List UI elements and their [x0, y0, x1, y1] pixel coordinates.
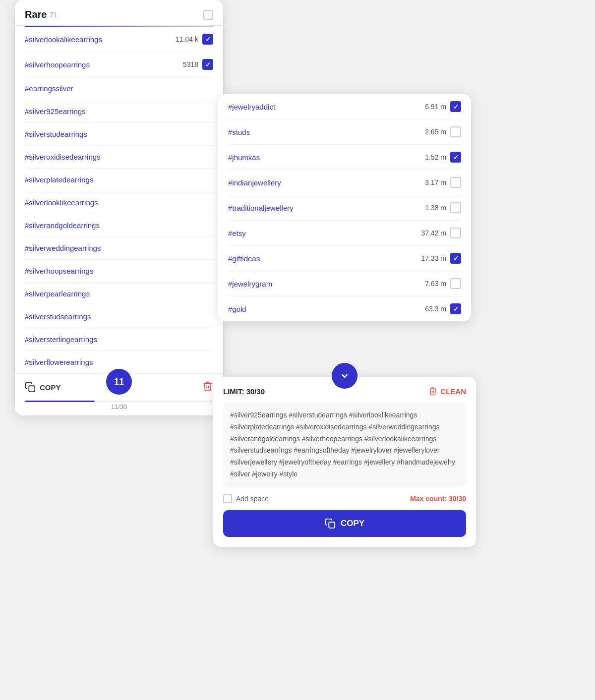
hashtag-content: #silver925earrings #silverstudearrings #…: [223, 403, 466, 487]
hashtag-text: #silverstudsearrings: [25, 312, 91, 321]
hashtag-text: #silverhoopearrings: [25, 60, 90, 69]
right-hashtag-item[interactable]: #gold63.3 m: [228, 296, 461, 321]
max-count-display: Max count: 30/30: [410, 495, 466, 503]
hashtag-text: #silverhoopsearrings: [25, 267, 93, 275]
count-value: 3.17 m: [425, 178, 446, 186]
left-hashtag-item[interactable]: #earringssilver: [25, 77, 213, 100]
left-hashtag-item[interactable]: #silver925earrings: [25, 100, 213, 123]
left-panel-header: Rare 71: [15, 0, 223, 26]
count-value: 11.04 k: [176, 35, 198, 43]
checkbox-checked[interactable]: [450, 253, 461, 264]
hashtag-text: #studs: [228, 128, 250, 136]
left-hashtag-item[interactable]: #silverandgoldearrings: [25, 214, 213, 237]
left-hashtag-item[interactable]: #silverstudsearrings: [25, 305, 213, 328]
add-space-area: Add space: [223, 494, 269, 503]
hashtag-text: #silverweddingearrings: [25, 244, 101, 252]
copy-icon: [25, 382, 36, 393]
checkbox-checked[interactable]: [450, 101, 461, 112]
bottom-panel-footer: Add space Max count: 30/30: [223, 494, 466, 503]
hashtag-count: 5318: [183, 59, 213, 70]
hashtag-text: #silverpearlearrings: [25, 290, 90, 298]
rare-count: 71: [50, 11, 58, 19]
progress-bar-container: 11/30: [15, 401, 223, 415]
left-trash-icon[interactable]: [202, 381, 213, 394]
left-hashtag-item[interactable]: #silverhoopsearrings: [25, 260, 213, 283]
hashtag-text: #earringssilver: [25, 84, 73, 93]
hashtag-text: #traditionaljewellery: [228, 204, 294, 212]
rare-label: Rare: [25, 9, 47, 20]
left-hashtag-item[interactable]: #silverlooklikeearrings: [25, 191, 213, 214]
bottom-copy-button[interactable]: COPY: [223, 510, 466, 537]
left-copy-label: COPY: [40, 383, 61, 392]
right-hashtag-item[interactable]: #giftideas17.33 m: [228, 246, 461, 271]
clean-label: CLEAN: [440, 387, 466, 396]
bottom-panel: LIMIT: 30/30 CLEAN #silver925earrings #s…: [213, 377, 476, 547]
checkbox-checked[interactable]: [202, 34, 213, 45]
hashtag-text: #etsy: [228, 229, 246, 237]
left-hashtag-item[interactable]: #silveroxidisedearrings: [25, 146, 213, 169]
bottom-copy-label: COPY: [341, 519, 364, 528]
hashtag-text: #silverlookalikeearrings: [25, 35, 102, 44]
hashtag-count: 6.91 m: [425, 101, 461, 112]
progress-label: 11/30: [25, 403, 213, 410]
count-badge: 11: [106, 369, 132, 395]
trash-icon: [428, 387, 437, 396]
max-count-value: 30/30: [449, 495, 466, 503]
checkbox-checked[interactable]: [202, 59, 213, 70]
right-hashtag-item[interactable]: #studs2.65 m: [228, 119, 461, 145]
hashtag-text: #silverflowerearrings: [25, 358, 93, 366]
hashtag-count: 3.17 m: [425, 177, 461, 188]
left-hashtag-item[interactable]: #silverlookalikeearrings11.04 k: [25, 27, 213, 52]
checkbox-unchecked[interactable]: [450, 278, 461, 289]
right-hashtag-item[interactable]: #etsy37.42 m: [228, 221, 461, 246]
count-value: 63.3 m: [425, 305, 446, 313]
hashtag-count: 7.63 m: [425, 278, 461, 289]
title-checkbox[interactable]: [203, 10, 213, 20]
left-hashtag-item[interactable]: #silverweddingearrings: [25, 237, 213, 260]
left-hashtag-item[interactable]: #silverpearlearrings: [25, 283, 213, 305]
right-hashtag-item[interactable]: #jewelryaddict6.91 m: [228, 94, 461, 119]
svg-rect-0: [29, 386, 35, 392]
limit-label: LIMIT: 30/30: [223, 387, 265, 396]
count-value: 17.33 m: [421, 254, 446, 262]
left-hashtag-item[interactable]: #silverhoopearrings5318: [25, 52, 213, 77]
chevron-down-button[interactable]: [332, 363, 357, 389]
count-value: 37.42 m: [421, 229, 446, 237]
left-hashtag-item[interactable]: #silverstudearrings: [25, 123, 213, 146]
checkbox-checked[interactable]: [450, 152, 461, 163]
progress-fill: [25, 401, 95, 402]
left-copy-button[interactable]: COPY: [25, 382, 61, 393]
count-value: 6.91 m: [425, 103, 446, 111]
checkbox-unchecked[interactable]: [450, 228, 461, 238]
count-value: 1.52 m: [425, 153, 446, 161]
panel-title: Rare 71: [25, 9, 213, 20]
right-hashtag-item[interactable]: #jhumkas1.52 m: [228, 145, 461, 170]
trash-svg: [202, 381, 213, 392]
right-hashtag-list: #jewelryaddict6.91 m#studs2.65 m#jhumkas…: [218, 94, 471, 321]
count-value: 2.65 m: [425, 128, 446, 136]
hashtag-text: #silverandgoldearrings: [25, 221, 100, 230]
left-hashtag-item[interactable]: #silversterlingearrings: [25, 328, 213, 351]
clean-button[interactable]: CLEAN: [428, 387, 466, 396]
hashtag-text: #jhumkas: [228, 153, 260, 162]
right-hashtag-item[interactable]: #indianjewellery3.17 m: [228, 170, 461, 195]
hashtag-text: #giftideas: [228, 254, 260, 263]
checkbox-unchecked[interactable]: [450, 126, 461, 137]
left-panel: Rare 71 #silverlookalikeearrings11.04 k#…: [15, 0, 223, 415]
badge-count: 11: [114, 377, 124, 387]
hashtag-count: 2.65 m: [425, 126, 461, 137]
count-value: 5318: [183, 60, 198, 68]
hashtag-count: 11.04 k: [176, 34, 213, 45]
hashtag-text: #indianjewellery: [228, 178, 281, 187]
count-value: 7.63 m: [425, 280, 446, 288]
right-hashtag-item[interactable]: #traditionaljewellery1.38 m: [228, 195, 461, 221]
left-hashtag-list: #silverlookalikeearrings11.04 k#silverho…: [15, 27, 223, 373]
hashtag-text: #gold: [228, 305, 246, 313]
left-panel-footer: COPY 11: [15, 373, 223, 401]
add-space-checkbox[interactable]: [223, 494, 232, 503]
checkbox-unchecked[interactable]: [450, 177, 461, 188]
checkbox-unchecked[interactable]: [450, 202, 461, 213]
left-hashtag-item[interactable]: #silverplatedearrings: [25, 169, 213, 191]
right-hashtag-item[interactable]: #jewelrygram7.63 m: [228, 271, 461, 296]
checkbox-checked[interactable]: [450, 303, 461, 314]
